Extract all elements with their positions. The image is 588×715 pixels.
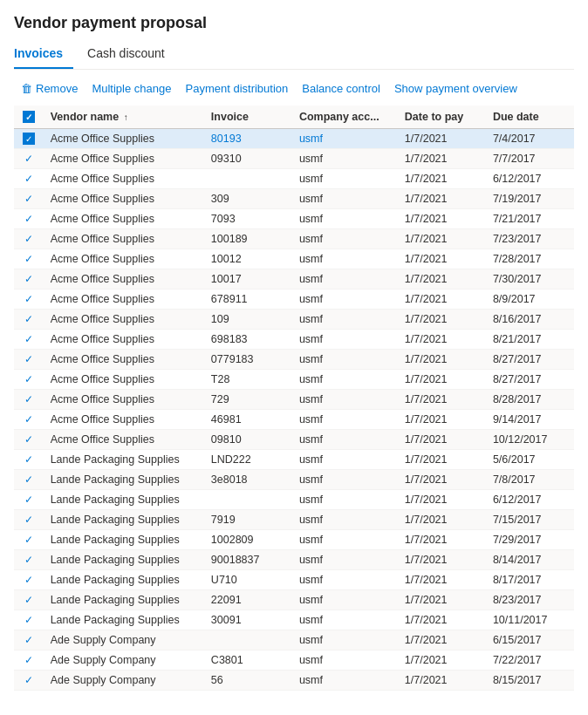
row-checkbox-cell[interactable]: ✓ xyxy=(14,530,44,550)
table-row[interactable]: ✓Acme Office Supplies09810usmf1/7/202110… xyxy=(14,430,574,450)
row-checkbox-cell[interactable]: ✓ xyxy=(14,510,44,530)
invoice-cell[interactable]: 80193 xyxy=(204,129,292,149)
date-to-pay-cell: 1/7/2021 xyxy=(398,590,486,610)
tab-invoices[interactable]: Invoices xyxy=(14,41,73,69)
company-acc-cell: usmf xyxy=(292,249,398,269)
row-checkbox[interactable]: ✓ xyxy=(23,133,35,145)
multiple-change-button[interactable]: Multiple change xyxy=(85,78,178,99)
table-row[interactable]: ✓Acme Office Supplies309usmf1/7/20217/19… xyxy=(14,189,574,209)
table-row[interactable]: ✓Acme Office SuppliesT28usmf1/7/20218/27… xyxy=(14,370,574,390)
vendor-name-cell: Acme Office Supplies xyxy=(44,350,204,370)
row-checkbox-cell[interactable]: ✓ xyxy=(14,671,44,691)
row-checkbox-cell[interactable]: ✓ xyxy=(14,249,44,269)
table-row[interactable]: ✓Acme Office Supplies678911usmf1/7/20218… xyxy=(14,289,574,310)
invoice-cell: LND222 xyxy=(204,450,292,470)
table-header-row: ✓ Vendor name ↑ Invoice Company acc... D… xyxy=(14,106,574,129)
date-to-pay-cell: 1/7/2021 xyxy=(398,390,486,410)
date-to-pay-cell: 1/7/2021 xyxy=(398,610,486,630)
row-checkbox-cell[interactable]: ✓ xyxy=(14,490,44,510)
row-checkmark: ✓ xyxy=(24,273,33,285)
select-all-checkbox[interactable]: ✓ xyxy=(23,111,35,123)
table-row[interactable]: ✓Acme Office Supplies10017usmf1/7/20217/… xyxy=(14,269,574,289)
table-row[interactable]: ✓Lande Packaging Supplies3e8018usmf1/7/2… xyxy=(14,470,574,490)
row-checkbox-cell[interactable]: ✓ xyxy=(14,590,44,610)
due-date-cell: 8/15/2017 xyxy=(486,671,574,691)
table-row[interactable]: ✓Lande Packaging Supplies90018837usmf1/7… xyxy=(14,550,574,570)
company-acc-cell: usmf xyxy=(292,269,398,289)
row-checkmark: ✓ xyxy=(24,293,33,305)
row-checkbox-cell[interactable]: ✓ xyxy=(14,169,44,189)
table-row[interactable]: ✓Acme Office Supplies80193usmf1/7/20217/… xyxy=(14,129,574,149)
show-payment-overview-label: Show payment overview xyxy=(394,82,517,95)
due-date-header[interactable]: Due date xyxy=(486,106,574,129)
select-all-header[interactable]: ✓ xyxy=(14,106,44,129)
row-checkbox-cell[interactable]: ✓ xyxy=(14,630,44,650)
row-checkbox-cell[interactable]: ✓ xyxy=(14,269,44,289)
remove-label: Remove xyxy=(36,82,78,95)
table-row[interactable]: ✓Acme Office Supplies729usmf1/7/20218/28… xyxy=(14,390,574,410)
row-checkbox-cell[interactable]: ✓ xyxy=(14,289,44,310)
company-acc-cell: usmf xyxy=(292,370,398,390)
row-checkbox-cell[interactable]: ✓ xyxy=(14,450,44,470)
invoice-cell: 109 xyxy=(204,310,292,330)
table-row[interactable]: ✓Acme Office Supplies100189usmf1/7/20217… xyxy=(14,229,574,249)
due-date-cell: 9/14/2017 xyxy=(486,410,574,430)
row-checkbox-cell[interactable]: ✓ xyxy=(14,470,44,490)
table-row[interactable]: ✓Lande Packaging SuppliesU710usmf1/7/202… xyxy=(14,570,574,590)
date-to-pay-cell: 1/7/2021 xyxy=(398,289,486,310)
table-row[interactable]: ✓Acme Office Supplies09310usmf1/7/20217/… xyxy=(14,149,574,169)
table-row[interactable]: ✓Acme Office Supplies10012usmf1/7/20217/… xyxy=(14,249,574,269)
due-date-cell: 7/8/2017 xyxy=(486,470,574,490)
payment-distribution-button[interactable]: Payment distribution xyxy=(178,78,295,99)
table-row[interactable]: ✓Lande Packaging Supplies1002809usmf1/7/… xyxy=(14,530,574,550)
row-checkmark: ✓ xyxy=(24,654,33,666)
row-checkbox-cell[interactable]: ✓ xyxy=(14,330,44,350)
vendor-name-cell: Acme Office Supplies xyxy=(44,430,204,450)
row-checkbox-cell[interactable]: ✓ xyxy=(14,410,44,430)
show-payment-overview-button[interactable]: Show payment overview xyxy=(387,78,524,99)
invoice-cell: T28 xyxy=(204,370,292,390)
row-checkbox-cell[interactable]: ✓ xyxy=(14,370,44,390)
row-checkbox-cell[interactable]: ✓ xyxy=(14,129,44,149)
row-checkbox-cell[interactable]: ✓ xyxy=(14,550,44,570)
table-row[interactable]: ✓Acme Office Supplies7093usmf1/7/20217/2… xyxy=(14,209,574,229)
row-checkbox-cell[interactable]: ✓ xyxy=(14,610,44,630)
vendor-name-header[interactable]: Vendor name ↑ xyxy=(44,106,204,129)
table-row[interactable]: ✓Lande Packaging Suppliesusmf1/7/20216/1… xyxy=(14,490,574,510)
row-checkbox-cell[interactable]: ✓ xyxy=(14,390,44,410)
table-row[interactable]: ✓Acme Office Supplies46981usmf1/7/20219/… xyxy=(14,410,574,430)
row-checkbox-cell[interactable]: ✓ xyxy=(14,570,44,590)
table-row[interactable]: ✓Acme Office Supplies109usmf1/7/20218/16… xyxy=(14,310,574,330)
row-checkbox-cell[interactable]: ✓ xyxy=(14,350,44,370)
due-date-cell: 6/12/2017 xyxy=(486,490,574,510)
company-acc-header[interactable]: Company acc... xyxy=(292,106,398,129)
table-row[interactable]: ✓Lande Packaging Supplies30091usmf1/7/20… xyxy=(14,610,574,630)
invoice-cell: 7919 xyxy=(204,510,292,530)
vendor-name-cell: Ade Supply Company xyxy=(44,671,204,691)
table-row[interactable]: ✓Lande Packaging SuppliesLND222usmf1/7/2… xyxy=(14,450,574,470)
table-row[interactable]: ✓Acme Office Supplies0779183usmf1/7/2021… xyxy=(14,350,574,370)
row-checkbox-cell[interactable]: ✓ xyxy=(14,310,44,330)
date-to-pay-header[interactable]: Date to pay xyxy=(398,106,486,129)
table-row[interactable]: ✓Ade Supply CompanyC3801usmf1/7/20217/22… xyxy=(14,650,574,671)
row-checkbox-cell[interactable]: ✓ xyxy=(14,149,44,169)
balance-control-button[interactable]: Balance control xyxy=(295,78,387,99)
tab-cash-discount[interactable]: Cash discount xyxy=(87,41,175,69)
table-row[interactable]: ✓Acme Office Supplies698183usmf1/7/20218… xyxy=(14,330,574,350)
table-row[interactable]: ✓Ade Supply Companyusmf1/7/20216/15/2017 xyxy=(14,630,574,650)
row-checkbox-cell[interactable]: ✓ xyxy=(14,650,44,671)
due-date-cell: 7/15/2017 xyxy=(486,510,574,530)
invoice-header[interactable]: Invoice xyxy=(204,106,292,129)
row-checkbox-cell[interactable]: ✓ xyxy=(14,229,44,249)
table-row[interactable]: ✓Lande Packaging Supplies22091usmf1/7/20… xyxy=(14,590,574,610)
remove-button[interactable]: 🗑 Remove xyxy=(14,78,85,99)
table-row[interactable]: ✓Lande Packaging Supplies7919usmf1/7/202… xyxy=(14,510,574,530)
table-row[interactable]: ✓Ade Supply Company56usmf1/7/20218/15/20… xyxy=(14,671,574,691)
table-row[interactable]: ✓Acme Office Suppliesusmf1/7/20216/12/20… xyxy=(14,169,574,189)
company-acc-cell[interactable]: usmf xyxy=(292,129,398,149)
row-checkbox-cell[interactable]: ✓ xyxy=(14,430,44,450)
row-checkbox-cell[interactable]: ✓ xyxy=(14,209,44,229)
date-to-pay-cell: 1/7/2021 xyxy=(398,650,486,671)
date-to-pay-cell: 1/7/2021 xyxy=(398,550,486,570)
row-checkbox-cell[interactable]: ✓ xyxy=(14,189,44,209)
